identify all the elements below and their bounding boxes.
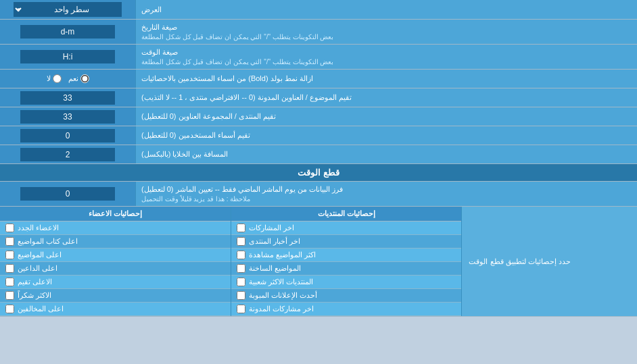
bold-yes-label: نعم bbox=[68, 74, 89, 83]
stats-middle-item-6: اخر مشاركات المدونة bbox=[231, 303, 462, 316]
stats-right-label: حدد إحصائيات لتطبيق قطع الوقت bbox=[461, 207, 637, 316]
stats-left-check-0[interactable] bbox=[5, 224, 14, 232]
stats-left-check-4[interactable] bbox=[5, 278, 14, 286]
stats-left-check-5[interactable] bbox=[5, 291, 14, 300]
stats-middle-item-0: اخر المشاركات bbox=[231, 222, 462, 235]
stats-left-check-2[interactable] bbox=[5, 251, 14, 259]
distance-input-cell bbox=[0, 145, 135, 163]
stats-middle-check-5[interactable] bbox=[237, 291, 245, 300]
stats-left-item-5: الاكثر شكراً bbox=[0, 289, 231, 303]
main-container: العرض سطر واحد متعدد صيغة التاريخ بعض ال… bbox=[0, 0, 637, 317]
stats-middle-item-2: اكثر المواضيع مشاهدة bbox=[231, 249, 462, 262]
forum-order-label: تقيم المنتدى / المجموعة العناوين (0 للتع… bbox=[135, 107, 637, 126]
bold-radio-group: نعم لا bbox=[47, 74, 89, 83]
realtime-row: فرز البيانات من يوم الماشر الماضي فقط --… bbox=[0, 182, 637, 207]
stats-left-check-3[interactable] bbox=[5, 264, 14, 273]
topic-order-row: تقيم الموضوع / العناوين المدونة (0 -- ال… bbox=[0, 88, 637, 107]
display-label: العرض bbox=[135, 0, 637, 19]
display-input-cell: سطر واحد متعدد bbox=[0, 0, 135, 19]
stats-bottom-section: حدد إحصائيات لتطبيق قطع الوقت إحصائيات ا… bbox=[0, 207, 637, 317]
stats-middle-item-3: المواضيع الساخنة bbox=[231, 262, 462, 276]
realtime-section-header: قطع الوقت bbox=[0, 164, 637, 182]
forum-order-input-cell bbox=[0, 107, 135, 126]
single-line-select-wrapper: سطر واحد متعدد bbox=[14, 2, 122, 17]
date-format-label: صيغة التاريخ بعض التكوينات يتطلب "/" الت… bbox=[135, 20, 637, 44]
stats-middle-check-3[interactable] bbox=[237, 264, 245, 273]
stats-left-item-6: اعلى المخالفين bbox=[0, 303, 231, 316]
stats-middle-item-4: المنتديات الاكثر شعبية bbox=[231, 276, 462, 289]
stats-middle-check-6[interactable] bbox=[237, 305, 245, 313]
date-format-input[interactable] bbox=[20, 25, 115, 38]
display-row: العرض سطر واحد متعدد bbox=[0, 0, 637, 20]
realtime-input[interactable] bbox=[20, 187, 115, 201]
stats-left-check-1[interactable] bbox=[5, 237, 14, 246]
stats-left-item-0: الاعضاء الجدد bbox=[0, 222, 231, 235]
bold-remove-label: ازالة نمط بولد (Bold) من اسماء المستخدمي… bbox=[135, 70, 637, 88]
bold-remove-row: ازالة نمط بولد (Bold) من اسماء المستخدمي… bbox=[0, 70, 637, 88]
topic-order-input[interactable] bbox=[20, 91, 115, 105]
time-format-input[interactable] bbox=[20, 50, 115, 63]
stats-left-item-1: اعلى كتاب المواضيع bbox=[0, 235, 231, 249]
users-order-input[interactable] bbox=[20, 129, 115, 142]
forum-order-input[interactable] bbox=[20, 110, 115, 124]
distance-label: المسافة بين الخلايا (بالبكسل) bbox=[135, 145, 637, 163]
single-line-select[interactable]: سطر واحد متعدد bbox=[14, 2, 122, 17]
stats-middle-item-1: اخر أخبار المنتدى bbox=[231, 235, 462, 249]
users-order-row: تقيم أسماء المستخدمين (0 للتعطيل) bbox=[0, 126, 637, 145]
bold-no-radio[interactable] bbox=[53, 74, 62, 83]
stats-middle-item-5: أحدث الإعلانات المبوبة bbox=[231, 289, 462, 303]
stats-left-col: إحصائيات الاعضاء الاعضاء الجدد اعلى كتاب… bbox=[0, 207, 231, 316]
date-format-row: صيغة التاريخ بعض التكوينات يتطلب "/" الت… bbox=[0, 20, 637, 45]
stats-left-item-3: اعلى الداعين bbox=[0, 262, 231, 276]
distance-input[interactable] bbox=[20, 148, 115, 161]
stats-middle-check-4[interactable] bbox=[237, 278, 245, 286]
date-format-input-cell bbox=[0, 20, 135, 44]
stats-left-check-6[interactable] bbox=[5, 305, 14, 313]
stats-middle-header: إحصائيات المنتديات bbox=[231, 207, 462, 222]
realtime-label: فرز البيانات من يوم الماشر الماضي فقط --… bbox=[135, 182, 637, 206]
users-order-input-cell bbox=[0, 126, 135, 145]
stats-middle-check-2[interactable] bbox=[237, 251, 245, 259]
stats-left-item-4: الاعلى تقيم bbox=[0, 276, 231, 289]
topic-order-label: تقيم الموضوع / العناوين المدونة (0 -- ال… bbox=[135, 88, 637, 107]
stats-middle-check-1[interactable] bbox=[237, 237, 245, 246]
stats-middle-check-0[interactable] bbox=[237, 224, 245, 232]
stats-left-header: إحصائيات الاعضاء bbox=[0, 207, 231, 222]
stats-middle-col: إحصائيات المنتديات اخر المشاركات اخر أخب… bbox=[231, 207, 462, 316]
time-format-input-cell bbox=[0, 45, 135, 69]
users-order-label: تقيم أسماء المستخدمين (0 للتعطيل) bbox=[135, 126, 637, 145]
stats-left-item-2: اعلى المواضيع bbox=[0, 249, 231, 262]
bold-remove-input-cell: نعم لا bbox=[0, 70, 135, 88]
realtime-input-cell bbox=[0, 182, 135, 206]
bold-no-label: لا bbox=[47, 74, 62, 83]
bold-yes-radio[interactable] bbox=[80, 74, 89, 83]
time-format-row: صيغة الوقت بعض التكوينات يتطلب "/" التي … bbox=[0, 45, 637, 70]
topic-order-input-cell bbox=[0, 88, 135, 107]
time-format-label: صيغة الوقت بعض التكوينات يتطلب "/" التي … bbox=[135, 45, 637, 69]
distance-row: المسافة بين الخلايا (بالبكسل) bbox=[0, 145, 637, 164]
forum-order-row: تقيم المنتدى / المجموعة العناوين (0 للتع… bbox=[0, 107, 637, 126]
